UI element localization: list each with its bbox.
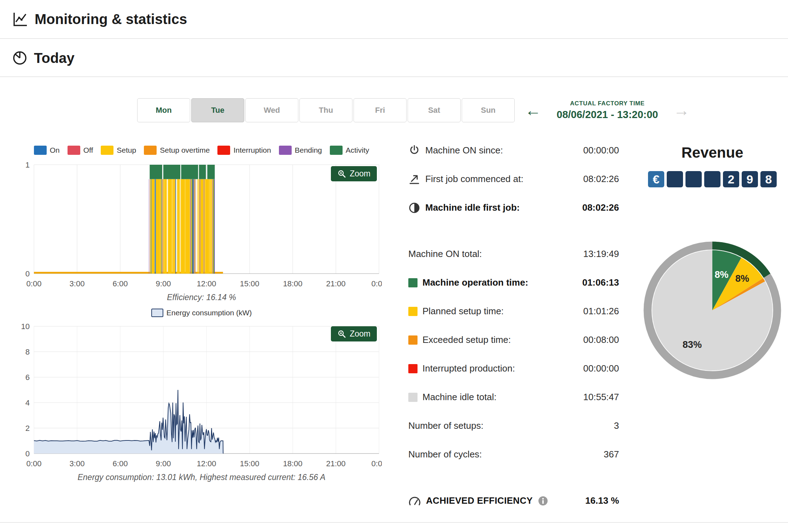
svg-text:8%: 8%: [714, 269, 728, 280]
energy-chart-zoom-button[interactable]: Zoom: [331, 326, 377, 341]
zoom-button-label: Zoom: [350, 169, 370, 179]
stat-value: 00:08:00: [583, 334, 619, 345]
revenue-digit: 8: [760, 171, 777, 187]
state-chart-zoom-button[interactable]: Zoom: [331, 166, 377, 181]
color-swatch: [408, 335, 418, 345]
stat-number-of-setups: Number of setups: 3: [408, 411, 619, 440]
legend-swatch: [34, 146, 47, 155]
energy-chart-legend: Energy consumption (kW): [21, 309, 382, 317]
legend-label: Off: [83, 146, 93, 154]
svg-text:8: 8: [25, 347, 30, 356]
section-title: Today: [34, 50, 75, 66]
tab-tue[interactable]: Tue: [191, 98, 244, 122]
power-icon: [408, 145, 420, 157]
revenue-digit: 2: [723, 171, 739, 187]
svg-text:15:00: 15:00: [240, 459, 259, 468]
revenue-digit: [704, 171, 720, 187]
zoom-button-label: Zoom: [350, 329, 370, 339]
stat-planned-setup: Planned setup time: 01:01:26: [408, 297, 619, 326]
efficiency-caption: Efficiency: 16.14 %: [21, 293, 382, 302]
currency-button[interactable]: €: [648, 171, 664, 187]
stat-idle-total: Machine idle total: 10:55:47: [408, 383, 619, 411]
stat-label: Machine operation time:: [422, 277, 528, 288]
svg-text:0:00: 0:00: [372, 279, 382, 288]
svg-text:21:00: 21:00: [326, 279, 345, 288]
stat-label: Machine idle total:: [422, 392, 497, 403]
stat-label: Interrupted production:: [422, 363, 515, 374]
energy-legend-swatch: [151, 309, 163, 317]
section-divider: [0, 522, 788, 523]
stat-machine-on-total: Machine ON total: 13:19:49: [408, 240, 619, 268]
factory-time-nav: ← ACTUAL FACTORY TIME 08/06/2021 - 13:20…: [525, 100, 690, 121]
stats-panel: Machine ON since: 00:00:00 First job com…: [408, 136, 619, 515]
machine-state-chart: 0:003:006:009:0012:0015:0018:0021:000:00…: [21, 160, 382, 290]
charts-column: OnOffSetupSetup overtimeInterruptionBend…: [21, 146, 382, 489]
legend-label: On: [50, 146, 60, 154]
factory-time-label: ACTUAL FACTORY TIME: [549, 100, 666, 107]
svg-text:3:00: 3:00: [70, 459, 85, 468]
page-title: Monitoring & statistics: [35, 11, 187, 27]
stat-label: Machine idle first job:: [425, 202, 520, 213]
gauge-icon: [408, 495, 421, 507]
revenue-pie-svg: 8%8%83%: [636, 229, 788, 392]
svg-text:15:00: 15:00: [240, 279, 259, 288]
legend-item: Energy consumption (kW): [151, 309, 252, 317]
svg-text:6:00: 6:00: [113, 459, 128, 468]
svg-text:0:00: 0:00: [27, 279, 42, 288]
pie-chart-icon: [12, 50, 28, 66]
color-swatch: [408, 307, 418, 316]
legend-swatch: [279, 146, 292, 155]
stat-value: 3: [614, 420, 619, 431]
energy-chart-svg[interactable]: 0:003:006:009:0012:0015:0018:0021:000:00…: [21, 322, 382, 470]
stat-value: 10:55:47: [583, 392, 619, 403]
tab-mon[interactable]: Mon: [137, 98, 190, 122]
stat-first-job: First job commenced at: 08:02:26: [408, 165, 619, 193]
revenue-digit: 9: [742, 171, 758, 187]
legend-item: Off: [68, 146, 93, 155]
legend-swatch: [217, 146, 230, 155]
info-icon[interactable]: [538, 496, 548, 506]
energy-chart: 0:003:006:009:0012:0015:0018:0021:000:00…: [21, 322, 382, 470]
monitoring-dashboard: Monitoring & statistics Today Mon Tue We…: [0, 0, 788, 532]
tab-fri[interactable]: Fri: [354, 98, 407, 122]
tab-sat[interactable]: Sat: [408, 98, 461, 122]
stat-interrupted-production: Interrupted production: 00:00:00: [408, 354, 619, 383]
svg-text:2: 2: [25, 424, 30, 433]
svg-text:0:00: 0:00: [27, 459, 42, 468]
stat-exceeded-setup: Exceeded setup time: 00:08:00: [408, 326, 619, 354]
next-day-arrow[interactable]: →: [673, 102, 690, 118]
legend-item: Bending: [279, 146, 322, 155]
color-swatch: [408, 364, 418, 373]
svg-text:9:00: 9:00: [156, 459, 171, 468]
legend-label: Setup: [117, 146, 136, 154]
stat-label: Number of cycles:: [408, 449, 482, 460]
section-header: Today: [0, 40, 788, 77]
magnifier-icon: [337, 169, 346, 179]
tab-sun[interactable]: Sun: [462, 98, 515, 122]
stat-value: 13:19:49: [583, 249, 619, 259]
svg-text:4: 4: [25, 398, 30, 407]
stat-value: 01:01:26: [583, 306, 619, 317]
tab-thu[interactable]: Thu: [299, 98, 352, 122]
stat-value: 00:00:00: [583, 363, 619, 374]
legend-swatch: [330, 146, 343, 155]
prev-day-arrow[interactable]: ←: [525, 102, 541, 118]
stat-operation-time: Machine operation time: 01:06:13: [408, 268, 619, 297]
svg-text:0: 0: [25, 449, 30, 458]
stat-label: First job commenced at:: [425, 174, 523, 185]
stat-value: 367: [604, 449, 619, 460]
stat-machine-on-since: Machine ON since: 00:00:00: [408, 136, 619, 165]
factory-time-value: 08/06/2021 - 13:20:00: [549, 109, 666, 121]
stat-label: Machine ON total:: [408, 249, 482, 259]
svg-text:18:00: 18:00: [283, 279, 302, 288]
svg-text:10: 10: [21, 322, 30, 331]
machine-state-chart-svg[interactable]: 0:003:006:009:0012:0015:0018:0021:000:00…: [21, 160, 382, 290]
stat-number-of-cycles: Number of cycles: 367: [408, 440, 619, 469]
svg-text:6: 6: [25, 373, 30, 382]
tab-wed[interactable]: Wed: [245, 98, 298, 122]
achieved-efficiency-row: ACHIEVED EFFICIENCY 16.13 %: [408, 486, 619, 515]
revenue-digit: [667, 171, 683, 187]
revenue-panel: Revenue € 2 9 8 8%8%83%: [636, 144, 788, 392]
legend-label: Bending: [295, 146, 322, 154]
energy-legend-label: Energy consumption (kW): [167, 309, 252, 317]
